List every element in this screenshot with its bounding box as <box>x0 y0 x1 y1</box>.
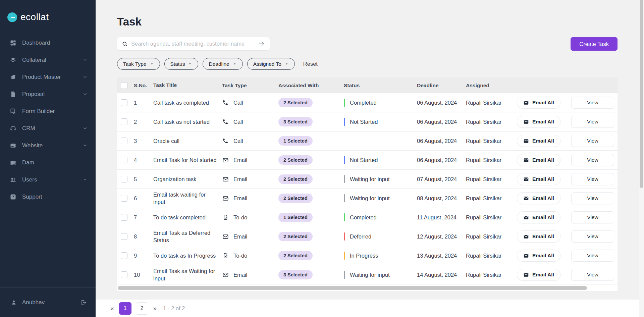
sidebar-item-proposal[interactable]: Proposal <box>0 86 96 103</box>
sidebar-item-label: Collateral <box>22 57 83 63</box>
associated-badge[interactable]: 2 Selected <box>278 174 313 184</box>
deadline: 12 August, 2024 <box>417 233 466 240</box>
associated-badge[interactable]: 2 Selected <box>278 98 313 107</box>
sidebar-item-users[interactable]: Users <box>0 171 96 188</box>
filter-task-type[interactable]: Task Type <box>117 58 160 70</box>
column-header-task-title: Task Title <box>153 82 222 89</box>
sidebar-item-label: CRM <box>22 125 83 132</box>
email-all-button[interactable]: Email All <box>517 154 560 166</box>
email-all-button[interactable]: Email All <box>517 250 560 262</box>
row-checkbox[interactable] <box>121 157 127 163</box>
associated-badge[interactable]: 2 Selected <box>278 232 313 241</box>
reset-filters-link[interactable]: Reset <box>303 61 318 67</box>
sidebar-item-product-master[interactable]: Product Master <box>0 68 96 86</box>
task-title: To do task completed <box>153 214 222 221</box>
pagination-prev-button[interactable]: « <box>110 305 114 312</box>
row-sno: 2 <box>134 119 153 125</box>
row-checkbox[interactable] <box>121 214 127 221</box>
sidebar-item-form-builder[interactable]: Form Builder <box>0 103 96 120</box>
logout-icon[interactable] <box>80 299 87 306</box>
table-row: 7To do task completedTo-do1 SelectedComp… <box>117 208 618 227</box>
sidebar-item-collateral[interactable]: Collateral <box>0 51 96 68</box>
email-all-button[interactable]: Email All <box>517 173 560 185</box>
row-checkbox[interactable] <box>121 233 127 240</box>
row-checkbox[interactable] <box>121 252 127 259</box>
view-button[interactable]: View <box>571 269 614 281</box>
row-checkbox[interactable] <box>121 99 127 106</box>
email-all-button[interactable]: Email All <box>517 192 560 204</box>
user-icon <box>10 299 17 306</box>
cards-icon <box>9 73 17 81</box>
task-title: Call task as not started <box>153 118 222 125</box>
filter-status[interactable]: Status <box>164 58 199 70</box>
search-input[interactable] <box>131 41 255 47</box>
status-label: In Progress <box>350 253 378 259</box>
caret-down-icon <box>232 62 237 66</box>
row-checkbox[interactable] <box>121 271 127 278</box>
pagination-page-1[interactable]: 1 <box>119 302 131 315</box>
view-button[interactable]: View <box>571 116 614 128</box>
sidebar-item-support[interactable]: ?Support <box>0 188 96 205</box>
select-all-checkbox[interactable] <box>121 82 127 89</box>
pagination-page-2[interactable]: 2 <box>136 302 148 315</box>
row-checkbox[interactable] <box>121 195 127 202</box>
pagination-range-label: 1 - 2 of 2 <box>163 305 185 312</box>
sidebar-item-label: Users <box>22 176 83 183</box>
sidebar-item-dashboard[interactable]: Dashboard <box>0 34 96 51</box>
phone-icon <box>222 100 229 106</box>
caret-down-icon <box>188 62 192 66</box>
email-all-button[interactable]: Email All <box>517 97 560 109</box>
associated-badge[interactable]: 1 Selected <box>278 136 313 146</box>
view-button[interactable]: View <box>571 97 614 109</box>
email-all-button[interactable]: Email All <box>517 116 560 128</box>
view-button[interactable]: View <box>571 211 614 223</box>
filter-assigned-to[interactable]: Assigned To <box>247 58 295 70</box>
horizontal-scrollbar-thumb[interactable] <box>118 286 587 290</box>
brand-logo: ecollat <box>0 0 96 24</box>
associated-badge[interactable]: 2 Selected <box>278 194 313 203</box>
horizontal-scrollbar <box>117 284 618 291</box>
view-button[interactable]: View <box>571 154 614 166</box>
view-button[interactable]: View <box>571 173 614 185</box>
assigned-name: Rupali Sirsikar <box>466 233 517 240</box>
email-all-button[interactable]: Email All <box>517 269 560 281</box>
view-button[interactable]: View <box>571 192 614 204</box>
filter-deadline[interactable]: Deadline <box>203 58 243 70</box>
associated-badge[interactable]: 3 Selected <box>278 117 313 126</box>
row-checkbox[interactable] <box>121 176 127 182</box>
row-sno: 6 <box>134 195 153 202</box>
vertical-scrollbar-thumb[interactable] <box>640 0 643 188</box>
associated-badge[interactable]: 3 Selected <box>278 270 313 279</box>
task-title: Email Task for Not started <box>153 156 222 164</box>
task-title: Organization task <box>153 175 222 183</box>
status-indicator <box>344 175 345 183</box>
email-all-button[interactable]: Email All <box>517 211 560 223</box>
task-title: To do task as In Progress <box>153 252 222 259</box>
deadline: 06 August, 2024 <box>417 119 466 125</box>
row-checkbox[interactable] <box>121 138 127 144</box>
assigned-name: Rupali Sirsikar <box>466 157 517 163</box>
view-button[interactable]: View <box>571 135 614 147</box>
search-submit-arrow-icon[interactable] <box>258 40 265 47</box>
email-all-button[interactable]: Email All <box>517 230 560 243</box>
svg-text:?: ? <box>12 195 14 199</box>
view-button[interactable]: View <box>571 250 614 262</box>
row-sno: 10 <box>134 272 153 278</box>
sidebar-item-website[interactable]: Website <box>0 137 96 154</box>
email-all-label: Email All <box>532 233 554 240</box>
sidebar-item-crm[interactable]: CRM <box>0 120 96 137</box>
associated-badge[interactable]: 2 Selected <box>278 251 313 260</box>
associated-badge[interactable]: 1 Selected <box>278 213 313 222</box>
task-type-label: Call <box>233 138 243 144</box>
create-task-button[interactable]: Create Task <box>571 37 618 51</box>
email-icon <box>222 176 229 182</box>
associated-badge[interactable]: 2 Selected <box>278 155 313 165</box>
email-all-button[interactable]: Email All <box>517 135 560 147</box>
status-label: Waiting for input <box>350 195 390 202</box>
view-button[interactable]: View <box>571 230 614 243</box>
brand-logo-icon <box>7 12 17 22</box>
row-checkbox[interactable] <box>121 118 127 125</box>
sidebar-item-dam[interactable]: Dam <box>0 154 96 171</box>
pagination-next-button[interactable]: » <box>153 305 157 312</box>
status-label: Not Started <box>350 157 378 163</box>
